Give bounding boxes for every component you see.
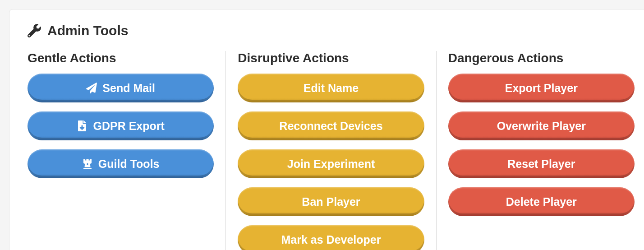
reset-player-label: Reset Player: [507, 157, 575, 171]
export-player-button[interactable]: Export Player: [448, 74, 635, 102]
disruptive-actions-column: Disruptive Actions Edit Name Reconnect D…: [225, 51, 436, 250]
gentle-column-title: Gentle Actions: [28, 51, 214, 65]
overwrite-player-button[interactable]: Overwrite Player: [448, 111, 635, 140]
dangerous-column-title: Dangerous Actions: [448, 51, 635, 65]
gentle-actions-column: Gentle Actions Send Mail GDPR Export: [28, 51, 225, 250]
wrench-icon: [28, 24, 41, 37]
edit-name-button[interactable]: Edit Name: [238, 74, 424, 102]
card-header: Admin Tools: [28, 23, 635, 38]
send-mail-label: Send Mail: [102, 82, 155, 95]
delete-player-button[interactable]: Delete Player: [448, 187, 635, 216]
ban-player-button[interactable]: Ban Player: [238, 187, 424, 216]
delete-player-label: Delete Player: [506, 195, 577, 208]
gdpr-export-label: GDPR Export: [93, 120, 164, 133]
mark-developer-label: Mark as Developer: [281, 233, 381, 246]
edit-name-label: Edit Name: [304, 82, 359, 95]
join-experiment-button[interactable]: Join Experiment: [238, 149, 424, 178]
card-title: Admin Tools: [47, 23, 128, 38]
send-mail-button[interactable]: Send Mail: [28, 74, 214, 102]
ban-player-label: Ban Player: [302, 195, 360, 208]
reconnect-devices-button[interactable]: Reconnect Devices: [238, 111, 424, 140]
overwrite-player-label: Overwrite Player: [497, 120, 586, 133]
guild-tools-label: Guild Tools: [98, 157, 160, 171]
file-download-icon: [77, 120, 87, 131]
mark-developer-button[interactable]: Mark as Developer: [238, 225, 424, 250]
guild-tools-button[interactable]: Guild Tools: [28, 149, 214, 178]
join-experiment-label: Join Experiment: [287, 157, 375, 171]
reset-player-button[interactable]: Reset Player: [448, 149, 635, 178]
gdpr-export-button[interactable]: GDPR Export: [28, 111, 214, 140]
admin-tools-card: Admin Tools Gentle Actions Send Mail GDP…: [9, 9, 644, 250]
action-columns: Gentle Actions Send Mail GDPR Export: [28, 51, 635, 250]
dangerous-actions-column: Dangerous Actions Export Player Overwrit…: [436, 51, 635, 250]
export-player-label: Export Player: [505, 82, 578, 95]
paper-plane-icon: [86, 83, 97, 93]
disruptive-column-title: Disruptive Actions: [238, 51, 424, 65]
chess-rook-icon: [82, 158, 93, 169]
reconnect-devices-label: Reconnect Devices: [279, 120, 382, 133]
